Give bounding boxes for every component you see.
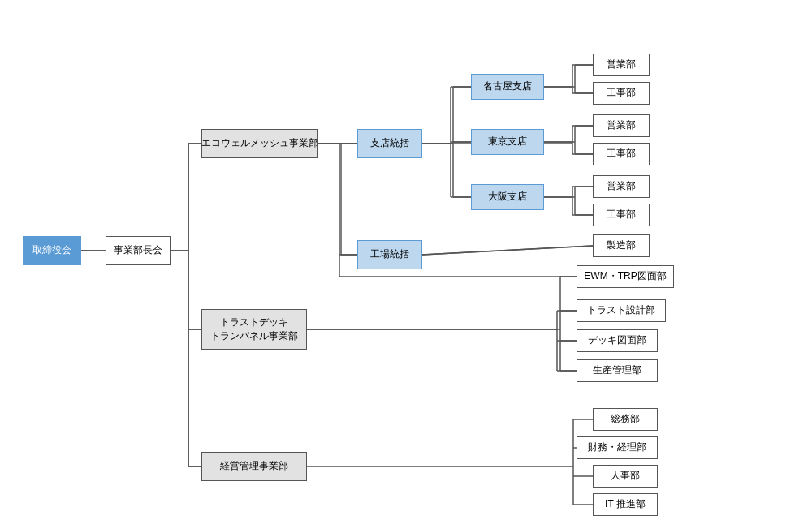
node-torishimariyakukai: 取締役会 xyxy=(23,236,81,265)
node-tokyo-kojibo: 工事部 xyxy=(593,143,650,165)
node-tokyo-shiten: 東京支店 xyxy=(471,129,544,155)
node-ewm-trp: EWM・TRP図面部 xyxy=(577,265,674,288)
svg-line-27 xyxy=(422,246,593,255)
node-jigyo-buchokai: 事業部長会 xyxy=(106,236,171,265)
node-it-suishinbu: IT 推進部 xyxy=(593,493,658,516)
node-trust-jigyobu: トラストデッキトランパネル事業部 xyxy=(201,309,307,350)
node-tokyo-eigyobu: 営業部 xyxy=(593,114,650,137)
node-nagoya-kojibo: 工事部 xyxy=(593,82,650,105)
node-zaimu-keiribu: 財務・経理部 xyxy=(577,436,658,459)
node-jinji-bu: 人事部 xyxy=(593,465,658,488)
node-seizobu: 製造部 xyxy=(593,234,650,257)
node-nagoya-eigyobu: 営業部 xyxy=(593,54,650,76)
node-dekki-zumenbu: デッキ図面部 xyxy=(577,329,658,352)
node-nagoya-shiten: 名古屋支店 xyxy=(471,74,544,100)
node-eco-jigyobu: エコウェルメッシュ事業部 xyxy=(201,129,318,158)
node-seisan-kanribu: 生産管理部 xyxy=(577,359,658,382)
svg-line-63 xyxy=(422,246,593,255)
node-osaka-shiten: 大阪支店 xyxy=(471,184,544,210)
org-chart: 取締役会 事業部長会 エコウェルメッシュ事業部 トラストデッキトランパネル事業部… xyxy=(8,9,804,512)
node-shiten-tokatsu: 支店統括 xyxy=(357,129,422,158)
node-keiei-jigyobu: 経営管理事業部 xyxy=(201,452,307,481)
node-somubu: 総務部 xyxy=(593,408,658,431)
node-trust-sekkei: トラスト設計部 xyxy=(577,299,666,322)
node-kojyo-tokatsu: 工場統括 xyxy=(357,240,422,269)
node-osaka-eigyobu: 営業部 xyxy=(593,175,650,198)
node-osaka-kojibo: 工事部 xyxy=(593,204,650,226)
